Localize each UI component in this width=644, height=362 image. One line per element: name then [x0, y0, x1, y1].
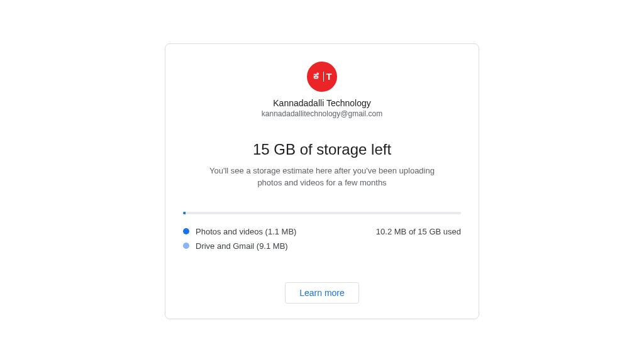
avatar-left-char: ಕ — [312, 72, 322, 82]
account-email: kannadadallitechnology@gmail.com — [183, 109, 461, 118]
legend-dot-drive — [183, 243, 189, 249]
legend-label-drive: Drive and Gmail (9.1 MB) — [196, 241, 288, 251]
storage-legend-items: Photos and videos (1.1 MB) Drive and Gma… — [183, 227, 296, 251]
storage-usage-summary: 10.2 MB of 15 GB used — [376, 227, 461, 236]
legend-label-photos: Photos and videos (1.1 MB) — [196, 227, 296, 236]
legend-item-photos: Photos and videos (1.1 MB) — [183, 227, 296, 236]
storage-progress-fill — [183, 212, 186, 214]
storage-subtitle: You'll see a storage estimate here after… — [203, 165, 441, 189]
learn-more-button[interactable]: Learn more — [285, 282, 359, 304]
storage-title: 15 GB of storage left — [183, 141, 461, 158]
account-name: Kannadadalli Technology — [183, 98, 461, 108]
legend-dot-photos — [183, 228, 189, 234]
storage-progress-bar — [183, 212, 461, 214]
account-avatar: ಕ T — [307, 62, 337, 92]
avatar-right-char: T — [326, 71, 332, 82]
legend-item-drive: Drive and Gmail (9.1 MB) — [183, 241, 296, 251]
storage-legend-row: Photos and videos (1.1 MB) Drive and Gma… — [183, 227, 461, 251]
button-row: Learn more — [183, 282, 461, 304]
avatar-divider — [323, 72, 324, 82]
storage-card: ಕ T Kannadadalli Technology kannadadalli… — [165, 43, 479, 319]
